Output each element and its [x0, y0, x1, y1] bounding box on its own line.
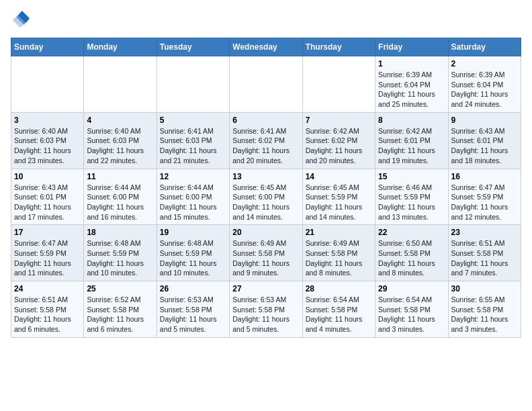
calendar-cell: 1Sunrise: 6:39 AM Sunset: 6:04 PM Daylig… — [375, 56, 448, 113]
day-info: Sunrise: 6:48 AM Sunset: 5:59 PM Dayligh… — [160, 238, 226, 278]
day-info: Sunrise: 6:51 AM Sunset: 5:58 PM Dayligh… — [451, 238, 518, 278]
logo — [11, 11, 32, 30]
day-number: 2 — [451, 59, 518, 68]
day-number: 22 — [378, 228, 445, 237]
calendar-cell: 20Sunrise: 6:49 AM Sunset: 5:58 PM Dayli… — [230, 225, 302, 281]
weekday-header: Monday — [84, 38, 157, 56]
day-number: 3 — [14, 116, 81, 125]
calendar-cell: 10Sunrise: 6:43 AM Sunset: 6:01 PM Dayli… — [11, 169, 84, 225]
calendar-cell — [11, 56, 84, 113]
day-number: 8 — [378, 116, 445, 125]
day-info: Sunrise: 6:40 AM Sunset: 6:03 PM Dayligh… — [14, 126, 81, 166]
day-info: Sunrise: 6:49 AM Sunset: 5:58 PM Dayligh… — [232, 238, 299, 278]
day-number: 6 — [232, 116, 299, 125]
calendar-week-row: 3Sunrise: 6:40 AM Sunset: 6:03 PM Daylig… — [11, 112, 521, 169]
calendar-week-row: 24Sunrise: 6:51 AM Sunset: 5:58 PM Dayli… — [11, 281, 521, 338]
day-number: 19 — [160, 228, 226, 237]
day-info: Sunrise: 6:54 AM Sunset: 5:58 PM Dayligh… — [378, 295, 445, 334]
day-info: Sunrise: 6:53 AM Sunset: 5:58 PM Dayligh… — [160, 295, 226, 334]
day-info: Sunrise: 6:46 AM Sunset: 5:59 PM Dayligh… — [378, 183, 445, 222]
day-number: 10 — [14, 172, 81, 181]
weekday-header: Wednesday — [230, 38, 302, 56]
day-number: 15 — [378, 172, 445, 181]
calendar-cell: 26Sunrise: 6:53 AM Sunset: 5:58 PM Dayli… — [157, 281, 229, 338]
day-number: 24 — [14, 284, 81, 293]
day-info: Sunrise: 6:48 AM Sunset: 5:59 PM Dayligh… — [87, 238, 153, 278]
day-number: 29 — [378, 284, 445, 293]
calendar-cell: 16Sunrise: 6:47 AM Sunset: 5:59 PM Dayli… — [448, 169, 521, 225]
day-number: 26 — [160, 284, 226, 293]
calendar-cell — [157, 56, 229, 113]
calendar-cell: 11Sunrise: 6:44 AM Sunset: 6:00 PM Dayli… — [84, 169, 157, 225]
calendar-table: SundayMondayTuesdayWednesdayThursdayFrid… — [11, 38, 521, 338]
day-info: Sunrise: 6:54 AM Sunset: 5:58 PM Dayligh… — [306, 295, 372, 334]
day-info: Sunrise: 6:40 AM Sunset: 6:03 PM Dayligh… — [87, 126, 153, 166]
day-info: Sunrise: 6:44 AM Sunset: 6:00 PM Dayligh… — [87, 183, 153, 222]
calendar-cell: 12Sunrise: 6:44 AM Sunset: 6:00 PM Dayli… — [157, 169, 229, 225]
calendar-week-row: 17Sunrise: 6:47 AM Sunset: 5:59 PM Dayli… — [11, 225, 521, 281]
calendar-cell: 9Sunrise: 6:43 AM Sunset: 6:01 PM Daylig… — [448, 112, 521, 169]
day-info: Sunrise: 6:52 AM Sunset: 5:58 PM Dayligh… — [87, 295, 153, 334]
calendar-cell: 3Sunrise: 6:40 AM Sunset: 6:03 PM Daylig… — [11, 112, 84, 169]
calendar-cell: 30Sunrise: 6:55 AM Sunset: 5:58 PM Dayli… — [448, 281, 521, 338]
day-number: 20 — [232, 228, 299, 237]
day-number: 4 — [87, 116, 153, 125]
day-number: 9 — [451, 116, 518, 125]
day-info: Sunrise: 6:55 AM Sunset: 5:58 PM Dayligh… — [451, 295, 518, 334]
calendar-cell: 23Sunrise: 6:51 AM Sunset: 5:58 PM Dayli… — [448, 225, 521, 281]
day-number: 23 — [451, 228, 518, 237]
day-number: 27 — [232, 284, 299, 293]
day-number: 1 — [378, 59, 445, 68]
weekday-header: Tuesday — [157, 38, 229, 56]
day-info: Sunrise: 6:42 AM Sunset: 6:02 PM Dayligh… — [306, 126, 372, 166]
day-info: Sunrise: 6:39 AM Sunset: 6:04 PM Dayligh… — [451, 70, 518, 109]
day-info: Sunrise: 6:49 AM Sunset: 5:58 PM Dayligh… — [306, 238, 372, 278]
calendar-week-row: 10Sunrise: 6:43 AM Sunset: 6:01 PM Dayli… — [11, 169, 521, 225]
calendar-cell: 4Sunrise: 6:40 AM Sunset: 6:03 PM Daylig… — [84, 112, 157, 169]
calendar-week-row: 1Sunrise: 6:39 AM Sunset: 6:04 PM Daylig… — [11, 56, 521, 113]
calendar-cell: 29Sunrise: 6:54 AM Sunset: 5:58 PM Dayli… — [375, 281, 448, 338]
day-number: 30 — [451, 284, 518, 293]
weekday-header: Friday — [375, 38, 448, 56]
day-info: Sunrise: 6:44 AM Sunset: 6:00 PM Dayligh… — [160, 183, 226, 222]
logo-icon — [11, 11, 30, 30]
day-info: Sunrise: 6:43 AM Sunset: 6:01 PM Dayligh… — [451, 126, 518, 166]
calendar-header-row: SundayMondayTuesdayWednesdayThursdayFrid… — [11, 38, 521, 56]
calendar-cell: 25Sunrise: 6:52 AM Sunset: 5:58 PM Dayli… — [84, 281, 157, 338]
day-number: 25 — [87, 284, 153, 293]
calendar-cell: 5Sunrise: 6:41 AM Sunset: 6:03 PM Daylig… — [157, 112, 229, 169]
day-info: Sunrise: 6:43 AM Sunset: 6:01 PM Dayligh… — [14, 183, 81, 222]
day-info: Sunrise: 6:45 AM Sunset: 6:00 PM Dayligh… — [232, 183, 299, 222]
day-info: Sunrise: 6:50 AM Sunset: 5:58 PM Dayligh… — [378, 238, 445, 278]
day-info: Sunrise: 6:47 AM Sunset: 5:59 PM Dayligh… — [14, 238, 81, 278]
calendar-cell: 14Sunrise: 6:45 AM Sunset: 5:59 PM Dayli… — [302, 169, 375, 225]
calendar-cell: 21Sunrise: 6:49 AM Sunset: 5:58 PM Dayli… — [302, 225, 375, 281]
day-info: Sunrise: 6:42 AM Sunset: 6:01 PM Dayligh… — [378, 126, 445, 166]
day-number: 5 — [160, 116, 226, 125]
day-number: 16 — [451, 172, 518, 181]
calendar-cell: 28Sunrise: 6:54 AM Sunset: 5:58 PM Dayli… — [302, 281, 375, 338]
day-info: Sunrise: 6:51 AM Sunset: 5:58 PM Dayligh… — [14, 295, 81, 334]
day-number: 17 — [14, 228, 81, 237]
page-header — [11, 11, 521, 30]
weekday-header: Sunday — [11, 38, 84, 56]
calendar-cell: 2Sunrise: 6:39 AM Sunset: 6:04 PM Daylig… — [448, 56, 521, 113]
calendar-cell: 19Sunrise: 6:48 AM Sunset: 5:59 PM Dayli… — [157, 225, 229, 281]
day-number: 28 — [306, 284, 372, 293]
day-number: 21 — [306, 228, 372, 237]
day-info: Sunrise: 6:47 AM Sunset: 5:59 PM Dayligh… — [451, 183, 518, 222]
day-info: Sunrise: 6:39 AM Sunset: 6:04 PM Dayligh… — [378, 70, 445, 109]
calendar-cell: 24Sunrise: 6:51 AM Sunset: 5:58 PM Dayli… — [11, 281, 84, 338]
calendar-cell: 13Sunrise: 6:45 AM Sunset: 6:00 PM Dayli… — [230, 169, 302, 225]
calendar-cell: 7Sunrise: 6:42 AM Sunset: 6:02 PM Daylig… — [302, 112, 375, 169]
day-number: 13 — [232, 172, 299, 181]
calendar-cell: 17Sunrise: 6:47 AM Sunset: 5:59 PM Dayli… — [11, 225, 84, 281]
day-number: 18 — [87, 228, 153, 237]
calendar-cell — [230, 56, 302, 113]
day-info: Sunrise: 6:53 AM Sunset: 5:58 PM Dayligh… — [232, 295, 299, 334]
calendar-cell: 27Sunrise: 6:53 AM Sunset: 5:58 PM Dayli… — [230, 281, 302, 338]
day-number: 12 — [160, 172, 226, 181]
day-info: Sunrise: 6:41 AM Sunset: 6:03 PM Dayligh… — [160, 126, 226, 166]
day-info: Sunrise: 6:45 AM Sunset: 5:59 PM Dayligh… — [306, 183, 372, 222]
weekday-header: Saturday — [448, 38, 521, 56]
